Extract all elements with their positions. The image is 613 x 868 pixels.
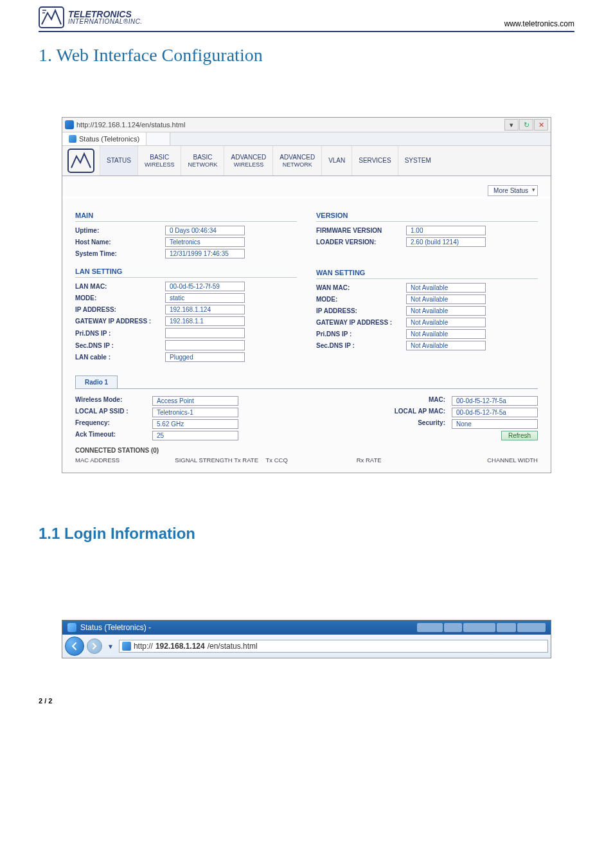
subsection-title: 1.1 Login Information [39,525,574,543]
radio-tab[interactable]: Radio 1 [75,375,118,388]
lan-mac: 00-0d-f5-12-7f-59 [165,282,245,291]
close-icon[interactable]: ✕ [534,119,548,131]
page-title: 1. Web Interface Configuration [39,45,574,66]
new-tab-button[interactable] [147,132,170,145]
uptime-label: Uptime: [75,227,165,234]
logo-line1: TELETRONICS [68,10,143,19]
wan-sec-dns: Not Available [406,341,486,350]
favicon-icon [122,642,131,651]
radio-mac: 00-0d-f5-12-7f-5a [452,396,538,406]
nav-advanced-wireless[interactable]: ADVANCEDWIRELESS [224,146,272,176]
dropdown-icon[interactable]: ▾ [504,119,519,131]
mini-browser-window: Status (Teletronics) - ▼ http://192.168.… [62,620,551,658]
systime-label: System Time: [75,250,165,257]
systime-value: 12/31/1999 17:46:35 [165,249,245,258]
url-path: /en/status.html [208,642,258,651]
browser-tab[interactable]: Status (Teletronics) [62,132,147,145]
wan-mode: Not Available [406,294,486,304]
nav-vlan[interactable]: VLAN [321,146,351,176]
lan-mode: static [165,293,245,303]
wan-gateway: Not Available [406,318,486,327]
history-dropdown-icon[interactable]: ▼ [105,643,116,650]
group-version-title: VERSION [316,212,538,222]
group-lan-title: LAN SETTING [75,267,297,278]
mini-title: Status (Teletronics) - [80,623,151,632]
firmware-version: 1.00 [406,226,486,235]
nav-basic-network[interactable]: BASICNETWORK [181,146,224,176]
favicon-icon [69,135,76,143]
connected-stations-header: MAC ADDRESS SIGNAL STRENGTH Tx RATE Tx C… [75,457,538,464]
local-ap-mac: 00-0d-f5-12-7f-5a [452,408,538,417]
wan-ip: Not Available [406,306,486,316]
arrow-left-icon [70,642,79,651]
uptime-value: 0 Days 00:46:34 [165,226,245,235]
arrow-right-icon [91,643,98,649]
refresh-button[interactable]: Refresh [501,431,538,440]
ack-timeout: 25 [152,431,238,440]
local-ap-ssid: Teletronics-1 [152,408,238,417]
window-shapes [417,623,546,632]
logo: TELETRONICS INTERNATIONAL®INC. [39,6,143,28]
url-proto: http:// [134,642,153,651]
app-logo-icon [67,149,94,173]
tab-label: Status (Teletronics) [79,135,139,143]
lan-pri-dns [165,328,245,338]
group-wan-title: WAN SETTING [316,269,538,279]
loader-version: 2.60 (build 1214) [406,237,486,247]
site-url: www.teletronics.com [504,19,574,28]
address-url[interactable]: http://192.168.1.124/en/status.html [76,121,504,129]
browser-window: http://192.168.1.124/en/status.html ▾ ↻ … [62,117,551,473]
nav-system[interactable]: SYSTEM [398,146,438,176]
frequency: 5.62 GHz [152,419,238,429]
wan-pri-dns: Not Available [406,329,486,339]
address-bar[interactable]: http://192.168.1.124/en/status.html [119,640,548,653]
nav-basic-wireless[interactable]: BASICWIRELESS [138,146,181,176]
favicon-icon [67,623,76,632]
connected-stations-title: CONNECTED STATIONS (0) [75,447,538,454]
nav-advanced-network[interactable]: ADVANCEDNETWORK [272,146,321,176]
security: None [452,419,538,429]
url-host: 192.168.1.124 [155,642,205,651]
group-main-title: MAIN [75,212,297,222]
wireless-mode: Access Point [152,396,238,406]
more-status-dropdown[interactable]: More Status [488,185,538,196]
teletronics-logo-icon [39,6,64,28]
hostname-value: Teletronics [165,237,245,247]
forward-button[interactable] [87,638,102,654]
nav-services[interactable]: SERVICES [351,146,397,176]
ie-icon [65,120,74,129]
hostname-label: Host Name: [75,239,165,246]
logo-line2: INTERNATIONAL®INC. [68,19,143,25]
page-number: 2 / 2 [39,697,574,705]
wan-mac: Not Available [406,283,486,293]
nav-status[interactable]: STATUS [100,146,138,176]
lan-gateway: 192.168.1.1 [165,316,245,326]
lan-ip: 192.168.1.124 [165,305,245,314]
lan-sec-dns [165,340,245,350]
lan-cable: Plugged [165,352,245,362]
back-button[interactable] [65,637,84,656]
refresh-icon[interactable]: ↻ [519,119,533,131]
